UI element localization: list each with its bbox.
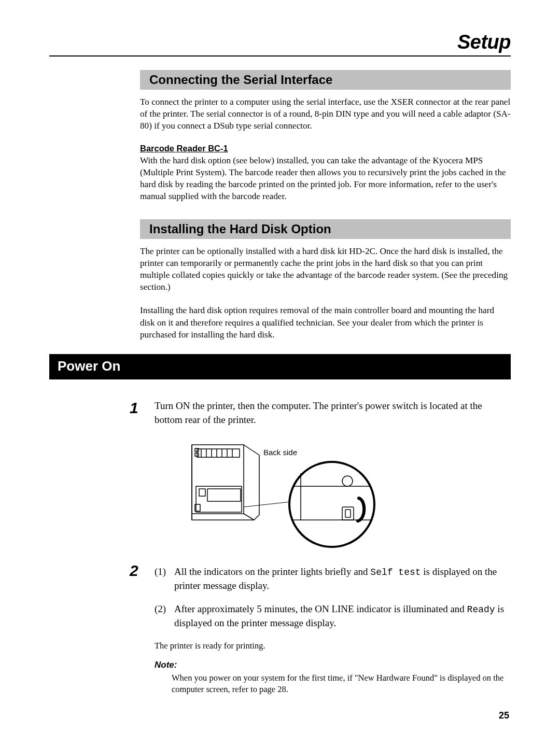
svg-rect-11 xyxy=(199,489,205,496)
chapter-rule xyxy=(49,55,511,57)
para-hdd-2: Installing the hard disk option requires… xyxy=(140,304,511,341)
svg-rect-19 xyxy=(342,507,354,520)
substep-1-a: All the indicators on the printer lights… xyxy=(174,566,370,577)
note-body: When you power on your system for the fi… xyxy=(172,672,511,696)
note-label: Note: xyxy=(155,659,511,671)
substep-1-mark: (1) xyxy=(155,565,174,593)
svg-rect-0 xyxy=(197,449,240,457)
substep-1: (1) All the indicators on the printer li… xyxy=(155,565,511,593)
ready-text: The printer is ready for printing. xyxy=(155,640,511,652)
substep-2-code: Ready xyxy=(467,604,495,615)
subhead-barcode: Barcode Reader BC-1 xyxy=(140,144,511,153)
substep-2: (2) After approximately 5 minutes, the O… xyxy=(155,602,511,630)
figure-label: Back side xyxy=(263,448,297,457)
section-heading-poweron: Power On xyxy=(49,354,511,379)
step-row-2: 2 (1) All the indicators on the printer … xyxy=(130,562,511,695)
step-body-1: Turn ON the printer, then the computer. … xyxy=(155,399,511,427)
svg-rect-12 xyxy=(207,489,241,501)
svg-rect-20 xyxy=(345,510,351,517)
page-number: 25 xyxy=(499,710,509,721)
chapter-title: Setup xyxy=(49,31,511,53)
svg-point-18 xyxy=(342,476,353,486)
step-row-1: 1 Turn ON the printer, then the computer… xyxy=(130,399,511,427)
svg-rect-10 xyxy=(196,486,242,512)
section-heading-serial: Connecting the Serial Interface xyxy=(140,70,511,90)
para-serial-1: To connect the printer to a computer usi… xyxy=(140,96,511,132)
svg-point-14 xyxy=(289,462,374,547)
step-number-1: 1 xyxy=(130,399,155,427)
substep-1-code: Self test xyxy=(370,567,421,577)
figure-printer-back: Back side xyxy=(49,437,511,548)
section-heading-hdd: Installing the Hard Disk Option xyxy=(140,219,511,239)
para-hdd-1: The printer can be optionally installed … xyxy=(140,245,511,293)
step-number-2: 2 xyxy=(130,562,155,695)
substep-2-a: After approximately 5 minutes, the ON LI… xyxy=(174,603,467,614)
substep-2-mark: (2) xyxy=(155,602,174,630)
para-barcode: With the hard disk option (see below) in… xyxy=(140,154,511,203)
